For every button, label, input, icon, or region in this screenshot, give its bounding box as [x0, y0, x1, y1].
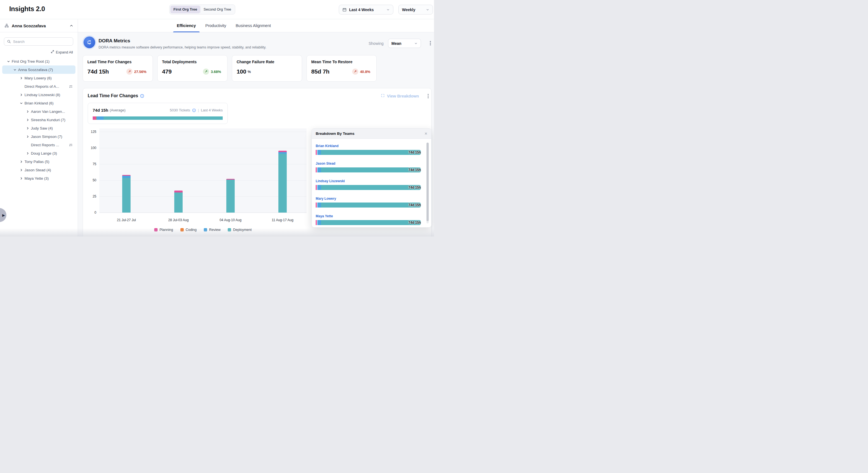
bar-segment-review[interactable] [122, 176, 130, 178]
page-title: Insights 2.0 [9, 5, 45, 13]
tree-item-brian-kirkland-6[interactable]: Brian Kirkland (6) [2, 99, 75, 107]
tree-item-sireesha-kunduri-7[interactable]: Sireesha Kunduri (7) [2, 116, 75, 124]
metric-card-value: 74d 15h [87, 68, 109, 75]
chevron-right-icon[interactable] [24, 135, 31, 138]
tree-item-label: Direct Reports of A... [25, 84, 59, 89]
legend-label: Coding [186, 228, 197, 232]
granularity-dropdown[interactable]: Weekly [398, 5, 433, 14]
tree-item-direct-reports[interactable]: Direct Reports ... [2, 141, 75, 149]
tree-item-lindsay-liszewski-8[interactable]: Lindsay Liszewski (8) [2, 91, 75, 99]
legend-item-coding[interactable]: Coding [180, 228, 197, 232]
chevron-down-icon[interactable] [11, 68, 18, 71]
bar-segment-deployment[interactable] [174, 193, 183, 212]
breakdown-bar-segment-review [317, 168, 321, 172]
showing-label: Showing [369, 41, 383, 46]
chevron-right-icon[interactable] [18, 169, 25, 172]
team-link[interactable]: Jason Stead [316, 161, 336, 166]
breakdown-bar-segment-planning [316, 185, 317, 190]
legend-item-review[interactable]: Review [204, 228, 220, 232]
org-sidebar: Anna Scozzafava Expand All First Org Tre… [0, 19, 78, 237]
metric-card-value: 100 [237, 68, 246, 75]
chevron-right-icon[interactable] [24, 127, 31, 130]
tree-item-label: Jason Stead (4) [25, 168, 51, 172]
org-tree-option-second-org-tree[interactable]: Second Org Tree [200, 6, 234, 13]
bar-segment-planning[interactable] [174, 190, 183, 193]
tree-item-doug-lange-3[interactable]: Doug Lange (3) [2, 149, 75, 157]
legend-swatch-icon [154, 228, 158, 232]
bar-segment-planning[interactable] [278, 151, 287, 152]
team-link[interactable]: Brian Kirkland [316, 144, 339, 148]
chevron-right-icon[interactable] [18, 93, 25, 96]
tab-efficiency[interactable]: Efficiency [176, 19, 197, 32]
breakdown-bar-segment-planning [316, 150, 317, 155]
info-icon[interactable] [140, 94, 144, 98]
chart-gridline [99, 148, 307, 148]
close-icon[interactable]: × [425, 131, 427, 136]
chevron-down-icon[interactable] [18, 102, 25, 105]
bar-segment-review[interactable] [278, 152, 287, 154]
breakdown-by-teams-panel: Breakdown By Teams × Brian Kirkland74d 1… [311, 128, 432, 228]
tree-item-label: Maya Yette (3) [25, 176, 49, 180]
legend-item-deployment[interactable]: Deployment [228, 228, 252, 232]
bar-segment-planning[interactable] [226, 179, 235, 179]
tree-item-jason-simpson-7[interactable]: Jason Simpson (7) [2, 132, 75, 141]
legend-item-planning[interactable]: Planning [154, 228, 173, 232]
chevron-right-icon[interactable] [18, 77, 25, 80]
tree-item-aaron-van-langen[interactable]: Aaron Van Langen... [2, 107, 75, 116]
tree-item-label: Tony Pallas (5) [25, 159, 49, 164]
tree-item-label: Aaron Van Langen... [31, 110, 65, 114]
breakdown-row-mary-lowery: Mary Lowery74d 15h [316, 196, 421, 208]
insights-app: Insights 2.0 First Org TreeSecond Org Tr… [0, 0, 434, 237]
date-range-dropdown[interactable]: Last 4 Weeks [339, 5, 393, 14]
lead-time-kebab-menu-icon[interactable] [427, 93, 430, 99]
chevron-down-icon[interactable] [5, 60, 12, 63]
tree-item-maya-yette-3[interactable]: Maya Yette (3) [2, 174, 75, 182]
breakdown-row-lindsay-liszewski: Lindsay Liszewski74d 15h [316, 178, 421, 190]
chevron-right-icon[interactable] [18, 160, 25, 163]
team-link[interactable]: Maya Yette [316, 214, 333, 218]
org-tree-toggle[interactable]: First Org TreeSecond Org Tree [169, 4, 235, 14]
view-breakdown-button[interactable]: View Breakdown [381, 94, 419, 98]
org-tree-option-first-org-tree[interactable]: First Org Tree [170, 6, 200, 13]
chevron-right-icon[interactable] [18, 177, 25, 180]
team-link[interactable]: Lindsay Liszewski [316, 179, 345, 183]
breakdown-bar-segment-deployment [321, 168, 421, 172]
tree-item-tony-pallas-5[interactable]: Tony Pallas (5) [2, 157, 75, 166]
scrollbar-track[interactable] [427, 143, 429, 224]
bar-segment-deployment[interactable] [122, 178, 130, 212]
chevron-right-icon[interactable] [24, 118, 31, 121]
bar-segment-deployment[interactable] [226, 180, 235, 212]
dora-section-title: DORA Metrics [98, 38, 130, 44]
team-link[interactable]: Mary Lowery [316, 197, 336, 201]
info-icon[interactable] [192, 108, 196, 112]
tab-productivity[interactable]: Productivity [205, 19, 227, 32]
search-box[interactable] [4, 37, 73, 46]
filter-sliders-icon[interactable] [69, 84, 73, 89]
chevron-right-icon[interactable] [24, 110, 31, 113]
breakdown-bar-segment-review [317, 185, 321, 190]
breakdown-bar-segment-deployment [321, 150, 421, 155]
metric-cards: Lead Time For Changes74d 15h↗27.56%Total… [83, 55, 377, 82]
dora-kebab-menu-icon[interactable] [429, 40, 432, 47]
search-input[interactable] [13, 39, 70, 44]
scrollbar-thumb[interactable] [427, 143, 429, 221]
tree-item-mary-lowery-6[interactable]: Mary Lowery (6) [2, 74, 75, 82]
y-axis-tick-label: 75 [85, 162, 96, 166]
bar-segment-planning[interactable] [122, 175, 130, 176]
tab-business-alignment[interactable]: Business Alignment [235, 19, 272, 32]
tree-item-anna-scozzafava-7[interactable]: Anna Scozzafava (7) [2, 65, 75, 74]
filter-sliders-icon[interactable] [69, 143, 73, 147]
chevron-up-icon[interactable] [70, 24, 73, 28]
sidebar-header[interactable]: Anna Scozzafava [0, 19, 78, 32]
breakdown-bar-segment-review [317, 220, 321, 225]
chevron-right-icon[interactable] [24, 152, 31, 155]
tree-item-judy-saw-4[interactable]: Judy Saw (4) [2, 124, 75, 132]
tree-item-jason-stead-4[interactable]: Jason Stead (4) [2, 166, 75, 174]
y-axis-tick-label: 25 [85, 195, 96, 198]
showing-dropdown[interactable]: Mean [388, 39, 421, 48]
bar-segment-deployment[interactable] [278, 154, 287, 212]
breakdown-bar-segment-deployment [321, 203, 421, 208]
tree-item-direct-reports-of-a[interactable]: Direct Reports of A... [2, 82, 75, 91]
expand-all-button[interactable]: Expand All [51, 50, 73, 54]
tree-item-first-org-tree-root-1[interactable]: First Org Tree Root (1) [2, 57, 75, 65]
